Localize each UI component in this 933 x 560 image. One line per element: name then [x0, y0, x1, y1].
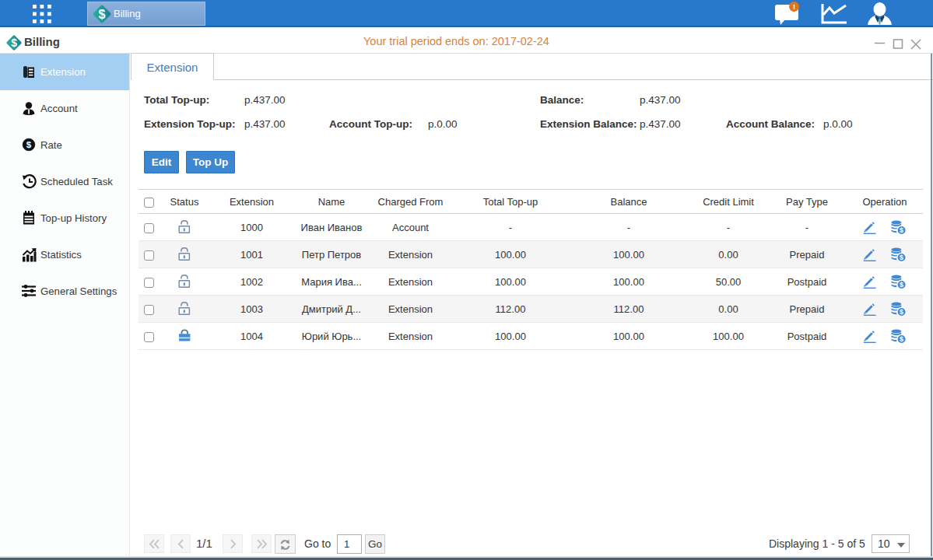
svg-text:$: $ [26, 140, 32, 149]
svg-text:$: $ [900, 226, 903, 234]
svg-text:$: $ [99, 8, 106, 21]
svg-text:$: $ [900, 335, 903, 343]
svg-text:$: $ [900, 254, 903, 261]
svg-text:$: $ [900, 308, 903, 316]
svg-text:$: $ [900, 281, 903, 289]
svg-text:!: ! [793, 3, 795, 11]
svg-text:$: $ [11, 37, 17, 49]
